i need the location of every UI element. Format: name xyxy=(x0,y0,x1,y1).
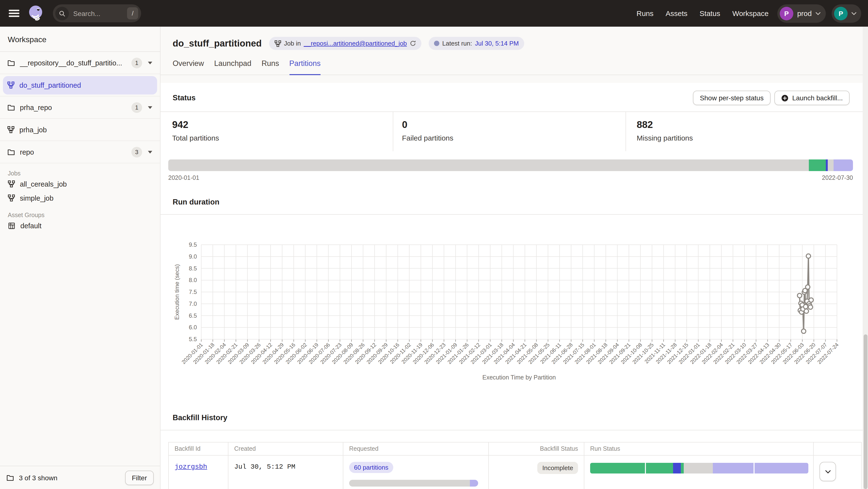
sidebar-job-all_cereals_job[interactable]: all_cereals_job xyxy=(0,177,160,191)
menu-icon[interactable] xyxy=(9,10,20,17)
requested-range-bar xyxy=(349,480,478,487)
asset-groups-list: default xyxy=(0,219,160,233)
filter-button[interactable]: Filter xyxy=(125,470,154,485)
tab-launchpad[interactable]: Launchpad xyxy=(214,59,251,75)
app: Search... / Runs Assets Status Workspace… xyxy=(0,0,868,489)
sidebar-asset-group-default[interactable]: default xyxy=(0,219,160,233)
nav-runs[interactable]: Runs xyxy=(637,9,653,18)
run-duration-chart: 2020-01-012020-01-182020-02-042020-02-21… xyxy=(160,223,868,386)
segment-queued xyxy=(713,463,753,474)
count-badge: 3 xyxy=(131,146,142,157)
caret-down-icon[interactable] xyxy=(148,106,152,109)
latest-run-link[interactable]: Jul 30, 5:14 PM xyxy=(475,40,519,47)
count-badge: 1 xyxy=(131,58,142,68)
partitions-content: Status Show per-step status Launch backf… xyxy=(160,83,868,489)
page-title: do_stuff_partitioned xyxy=(173,38,261,49)
search-placeholder: Search... xyxy=(73,9,127,17)
partition-range-end: 2022-07-30 xyxy=(822,174,853,181)
launch-backfill-button[interactable]: Launch backfill... xyxy=(774,91,849,105)
expand-row-button[interactable] xyxy=(819,462,836,481)
partition-stats: 942 Total partitions 0 Failed partitions… xyxy=(160,111,868,151)
segment-success xyxy=(681,463,683,474)
latest-run-label: Latest run: xyxy=(442,40,472,47)
table-header-row: Backfill Id Created Requested Backfill S… xyxy=(168,442,862,455)
run-status-dot-icon xyxy=(434,41,439,46)
run-status-bar[interactable] xyxy=(590,463,808,474)
segment-queued xyxy=(753,463,808,474)
stat-missing-partitions: 882 Missing partitions xyxy=(625,112,868,151)
sidebar-job-simple_job[interactable]: simple_job xyxy=(0,191,160,205)
job-origin-tag: Job in __reposi...artitioned@partitioned… xyxy=(269,37,422,50)
top-nav: Runs Assets Status Workspace xyxy=(637,9,769,18)
deployment-switcher[interactable]: P prod xyxy=(777,4,826,23)
folder-icon xyxy=(7,103,15,111)
page-head: do_stuff_partitioned Job in __reposi...a… xyxy=(160,27,868,50)
sidebar-item-prha-repo[interactable]: prha_repo 1 xyxy=(0,96,160,119)
svg-text:8.0: 8.0 xyxy=(189,277,197,283)
svg-text:6.0: 6.0 xyxy=(189,324,197,330)
search-input[interactable]: Search... / xyxy=(53,4,141,22)
page-scrollbar[interactable] xyxy=(863,27,868,489)
requested-partitions-badge[interactable]: 60 partitions xyxy=(349,462,393,473)
col-actions xyxy=(813,442,862,455)
deployment-avatar: P xyxy=(780,6,793,20)
show-per-step-status-button[interactable]: Show per-step status xyxy=(693,91,770,105)
job-origin-link[interactable]: __reposi...artitioned@partitioned_job xyxy=(304,40,407,47)
refresh-icon[interactable] xyxy=(410,40,416,46)
svg-text:7.0: 7.0 xyxy=(189,300,197,307)
sidebar-item-prha-job[interactable]: prha_job xyxy=(0,119,160,141)
col-requested: Requested xyxy=(343,442,489,455)
backfill-created: Jul 30, 5:12 PM xyxy=(234,463,295,470)
folder-icon xyxy=(7,148,15,156)
latest-run-tag: Latest run: Jul 30, 5:14 PM xyxy=(429,37,524,50)
partition-status-bar[interactable] xyxy=(168,159,853,171)
partition-range-labels: 2020-01-01 2022-07-30 xyxy=(168,174,853,181)
table-row: jozrgsbh Jul 30, 5:12 PM 60 partitions 2… xyxy=(168,455,862,489)
svg-text:6.5: 6.5 xyxy=(189,312,197,319)
segment-in_progress xyxy=(826,159,828,171)
nav-assets[interactable]: Assets xyxy=(665,9,687,18)
run-duration-heading: Run duration xyxy=(173,198,868,206)
nav-status[interactable]: Status xyxy=(700,9,720,18)
segment-missing xyxy=(168,159,809,171)
tab-runs[interactable]: Runs xyxy=(261,59,279,75)
col-created: Created xyxy=(228,442,343,455)
svg-text:8.5: 8.5 xyxy=(189,265,197,272)
nav-workspace[interactable]: Workspace xyxy=(732,9,769,18)
svg-text:7.5: 7.5 xyxy=(189,289,197,295)
segment-not_started xyxy=(683,463,713,474)
user-menu[interactable]: P xyxy=(832,4,861,23)
backfill-status-badge: Incomplete xyxy=(537,462,578,474)
sidebar: Workspace __repository__do_stuff_partiti… xyxy=(0,27,160,489)
sidebar-item--repository-do-stuff-partitio-[interactable]: __repository__do_stuff_partitio... 1 xyxy=(0,52,160,74)
sidebar-item-repo[interactable]: repo 3 xyxy=(0,141,160,163)
stat-total-partitions: 942 Total partitions xyxy=(160,112,393,151)
caret-down-icon[interactable] xyxy=(148,151,152,153)
topbar: Search... / Runs Assets Status Workspace… xyxy=(0,0,868,27)
workspace-list: __repository__do_stuff_partitio... 1 do_… xyxy=(0,52,160,163)
job-icon xyxy=(7,126,14,133)
col-backfill-status: Backfill Status xyxy=(489,442,584,455)
caret-down-icon[interactable] xyxy=(148,61,152,64)
main: do_stuff_partitioned Job in __reposi...a… xyxy=(160,27,868,489)
svg-text:5.5: 5.5 xyxy=(189,336,197,343)
search-shortcut-badge: / xyxy=(127,7,138,20)
status-header-row: Status Show per-step status Launch backf… xyxy=(160,83,868,111)
app-logo-icon[interactable] xyxy=(27,4,45,22)
segment-queued xyxy=(470,480,478,487)
count-badge: 1 xyxy=(131,102,142,113)
tab-overview[interactable]: Overview xyxy=(173,59,204,75)
status-heading: Status xyxy=(173,94,196,102)
tab-partitions[interactable]: Partitions xyxy=(289,59,320,75)
sidebar-item-do-stuff-partitioned[interactable]: do_stuff_partitioned xyxy=(0,74,160,96)
segment-success xyxy=(809,159,826,171)
segment-requested xyxy=(349,480,470,487)
backfill-id-link[interactable]: jozrgsbh xyxy=(175,463,207,470)
scrollbar-thumb[interactable] xyxy=(863,334,867,489)
segment-in_progress xyxy=(673,463,681,474)
segment-success xyxy=(590,463,645,474)
folder-icon xyxy=(6,474,14,482)
folder-icon xyxy=(7,59,15,67)
jobs-section-label: Jobs xyxy=(0,170,160,177)
chevron-down-icon xyxy=(851,12,856,15)
